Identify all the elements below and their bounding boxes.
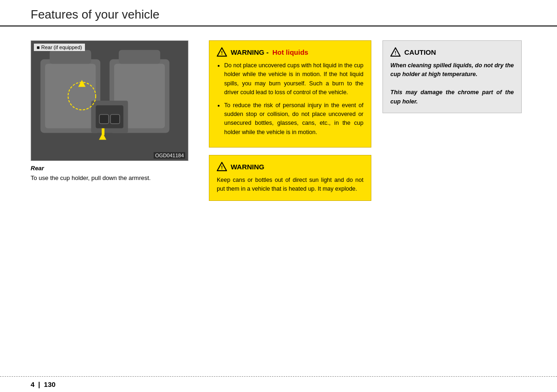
svg-text:!: !	[221, 165, 223, 170]
footer-page: 130	[44, 380, 56, 388]
warning-hot-list: Do not place uncovered cups with hot liq…	[217, 61, 363, 137]
page-footer: 4 | 130	[0, 376, 557, 392]
rear-heading: Rear	[31, 165, 198, 172]
image-label: Rear (if equipped)	[34, 44, 85, 51]
middle-column: ! WARNING - Hot liquids Do not place unc…	[209, 40, 371, 201]
footer-chapter: 4	[31, 380, 34, 388]
main-content: Rear (if equipped)	[0, 26, 557, 215]
svg-rect-14	[119, 50, 160, 64]
svg-text:!: !	[221, 50, 223, 56]
image-code: OGD041184	[154, 152, 185, 159]
car-interior-image	[31, 41, 188, 161]
caution-box: ! CAUTION When cleaning spilled liquids,…	[382, 40, 522, 113]
warning-hot-title: ! WARNING - Hot liquids	[217, 47, 363, 57]
warning-hot-prefix: WARNING -	[231, 48, 269, 56]
caution-body: When cleaning spilled liquids, do not dr…	[390, 61, 514, 106]
warning-hot-suffix: Hot liquids	[272, 48, 309, 56]
warning-plain-label: WARNING	[231, 163, 265, 171]
warning-hot-body: Do not place uncovered cups with hot liq…	[217, 61, 363, 137]
caution-label: CAUTION	[404, 48, 436, 56]
warning-plain-triangle-icon: !	[217, 162, 227, 171]
page-header: Features of your vehicle	[0, 0, 557, 26]
footer-separator: |	[38, 380, 40, 388]
warning-hot-bullet-1: Do not place uncovered cups with hot liq…	[224, 61, 363, 97]
caution-triangle-icon: !	[390, 47, 401, 57]
warning-plain-title: ! WARNING	[217, 162, 363, 171]
caution-title: ! CAUTION	[390, 47, 514, 57]
warning-hot-box: ! WARNING - Hot liquids Do not place unc…	[209, 40, 371, 148]
car-image-box: Rear (if equipped)	[31, 40, 188, 161]
warning-triangle-icon: !	[217, 47, 227, 57]
svg-rect-12	[102, 129, 104, 135]
rear-description: To use the cup holder, pull down the arm…	[31, 174, 198, 183]
svg-rect-8	[110, 115, 120, 124]
svg-rect-7	[99, 115, 109, 124]
page-title: Features of your vehicle	[31, 7, 159, 21]
warning-plain-body: Keep cans or bottles out of direct sun l…	[217, 176, 363, 194]
svg-text:!: !	[395, 50, 396, 56]
right-column: ! CAUTION When cleaning spilled liquids,…	[382, 40, 522, 113]
svg-rect-13	[50, 50, 91, 64]
left-column: Rear (if equipped)	[31, 40, 198, 183]
svg-rect-3	[45, 64, 96, 129]
caution-line1: When cleaning spilled liquids, do not dr…	[390, 62, 514, 77]
warning-hot-bullet-2: To reduce the risk of personal injury in…	[224, 101, 363, 137]
warning-plain-box: ! WARNING Keep cans or bottles out of di…	[209, 155, 371, 201]
caution-line2: This may damage the chrome part of the c…	[390, 89, 514, 104]
